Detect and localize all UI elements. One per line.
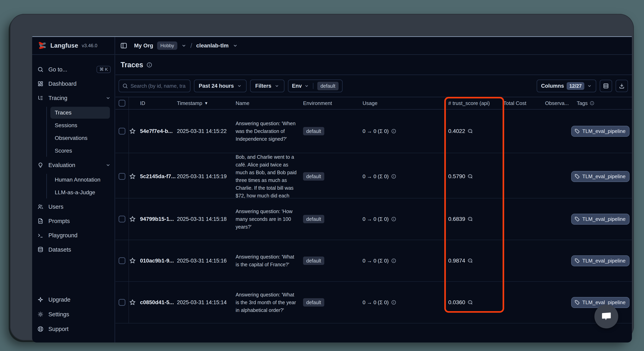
sidebar-item-upgrade[interactable]: Upgrade — [37, 294, 111, 305]
sidebar-item-datasets[interactable]: Datasets — [37, 244, 111, 255]
tracing-icon — [37, 95, 44, 101]
env-dropdown[interactable]: Env default — [288, 80, 342, 92]
trace-id: 5c2145da-f7... — [140, 173, 177, 180]
column-header-observations[interactable]: Observa... — [545, 100, 577, 106]
comment-icon[interactable] — [467, 174, 473, 179]
star-icon[interactable] — [129, 299, 140, 306]
columns-dropdown[interactable]: Columns 12/27 — [537, 80, 596, 92]
tags-info-icon[interactable] — [590, 101, 594, 106]
sidebar-item-prompts[interactable]: Prompts — [37, 215, 111, 227]
row-checkbox[interactable] — [118, 128, 125, 135]
select-all-checkbox[interactable] — [118, 100, 125, 107]
sidebar-item-support[interactable]: Support — [37, 323, 111, 334]
chevron-down-icon — [106, 95, 111, 101]
row-height-button[interactable] — [600, 80, 612, 92]
tag-label: TLM_eval_pipeline — [582, 173, 626, 180]
sidebar-item-evaluation[interactable]: Evaluation — [37, 160, 111, 171]
page-title: Traces — [120, 61, 143, 69]
file-code-icon — [37, 218, 44, 224]
usage-info-icon[interactable] — [391, 174, 396, 179]
org-name[interactable]: My Org — [134, 43, 153, 49]
usage-info-icon[interactable] — [391, 129, 396, 134]
row-checkbox[interactable] — [118, 257, 125, 264]
column-header-environment[interactable]: Environment — [303, 100, 362, 106]
sidebar-item-goto[interactable]: Go to... ⌘ K — [37, 64, 111, 75]
table-row[interactable]: c0850d41-5... 2025-03-31 14:15:14 Answer… — [116, 282, 632, 323]
org-chevron-down-icon[interactable] — [181, 43, 186, 48]
table-row[interactable]: 54e7f7e4-b... 2025-03-31 14:15:22 Answer… — [116, 110, 632, 153]
table-row[interactable]: 94799b15-1... 2025-03-31 14:15:18 Answer… — [116, 198, 632, 240]
sidebar-item-label: Upgrade — [48, 296, 70, 303]
column-header-id[interactable]: ID — [140, 100, 177, 106]
langfuse-logo-icon — [38, 42, 47, 50]
tag-icon — [574, 216, 580, 222]
export-button[interactable] — [616, 80, 628, 92]
sidebar-item-human-annotation[interactable]: Human Annotation — [50, 174, 110, 186]
column-header-name[interactable]: Name — [236, 100, 303, 106]
terminal-icon — [37, 232, 44, 238]
search-icon — [122, 83, 128, 89]
usage-info-icon[interactable] — [391, 258, 396, 263]
row-checkbox[interactable] — [118, 299, 125, 306]
sidebar-item-scores[interactable]: Scores — [50, 145, 110, 157]
sidebar-item-settings[interactable]: Settings — [37, 309, 111, 320]
tag-pill[interactable]: TLM_eval_pipeline — [571, 214, 630, 225]
trace-id: 010ac9b1-9... — [140, 258, 177, 264]
tag-pill[interactable]: TLM_eval_pipeline — [571, 171, 630, 182]
trace-timestamp: 2025-03-31 14:15:14 — [177, 299, 236, 305]
chevron-down-icon — [587, 84, 592, 88]
table-row[interactable]: 010ac9b1-9... 2025-03-31 14:15:16 Answer… — [116, 240, 632, 282]
comment-icon[interactable] — [467, 300, 473, 305]
filters-dropdown[interactable]: Filters — [250, 80, 284, 92]
usage-info-icon[interactable] — [391, 300, 396, 305]
usage-info-icon[interactable] — [391, 216, 396, 222]
project-chevron-down-icon[interactable] — [233, 43, 238, 48]
star-icon[interactable] — [129, 128, 140, 135]
sidebar-item-dashboard[interactable]: Dashboard — [37, 78, 111, 89]
column-header-tags[interactable]: Tags — [577, 100, 627, 106]
rows-icon — [603, 83, 609, 89]
trace-name: Answering question: 'How many seconds ar… — [236, 208, 298, 231]
table-row[interactable]: 5c2145da-f7... 2025-03-31 14:15:19 Bob, … — [116, 153, 632, 198]
tag-pill[interactable]: TLM_eval_pipeline — [571, 126, 630, 137]
database-icon — [37, 246, 44, 253]
trust-score-value: 0.0360 — [448, 299, 465, 305]
sidebar-item-playground[interactable]: Playground — [37, 230, 111, 241]
search-input[interactable] — [130, 83, 187, 89]
environment-badge: default — [303, 215, 324, 223]
comment-icon[interactable] — [467, 216, 473, 222]
chevron-down-icon — [237, 84, 242, 88]
sidebar-toggle-icon[interactable] — [120, 42, 127, 49]
column-header-usage[interactable]: Usage — [362, 100, 443, 106]
comment-icon[interactable] — [467, 128, 473, 134]
tag-pill[interactable]: TLM_eval_pipeline — [571, 255, 630, 266]
column-header-timestamp[interactable]: Timestamp▼ — [177, 100, 236, 106]
traces-info-icon[interactable] — [146, 62, 152, 68]
star-icon[interactable] — [129, 173, 140, 180]
time-range-dropdown[interactable]: Past 24 hours — [194, 80, 246, 92]
trust-score-value: 0.6839 — [448, 216, 465, 222]
sidebar-item-tracing[interactable]: Tracing — [37, 93, 111, 104]
tag-icon — [574, 300, 580, 305]
sidebar: Go to... ⌘ K Dashboard Tracing Traces Se… — [32, 55, 115, 342]
sparkle-icon — [37, 296, 44, 303]
comment-icon[interactable] — [467, 258, 473, 263]
star-icon[interactable] — [129, 257, 140, 264]
column-header-total-cost[interactable]: Total Cost — [504, 100, 545, 106]
chat-widget-button[interactable] — [594, 304, 618, 328]
column-header-trust-score[interactable]: # trust_score (api) — [443, 100, 504, 106]
sidebar-item-observations[interactable]: Observations — [50, 132, 110, 144]
sidebar-item-users[interactable]: Users — [37, 201, 111, 212]
project-name[interactable]: cleanlab-tlm — [196, 43, 228, 49]
breadcrumb-separator: / — [190, 42, 192, 49]
row-checkbox[interactable] — [118, 173, 125, 180]
sidebar-item-traces[interactable]: Traces — [50, 107, 110, 119]
row-checkbox[interactable] — [118, 216, 125, 222]
top-bar: Langfuse v3.46.0 My Org Hobby / cleanlab… — [32, 37, 632, 55]
sidebar-item-llm-as-a-judge[interactable]: LLM-as-a-Judge — [50, 187, 110, 198]
environment-badge: default — [303, 256, 324, 265]
goto-shortcut: ⌘ K — [96, 66, 111, 73]
sidebar-item-sessions[interactable]: Sessions — [50, 119, 110, 131]
sidebar-item-label: Settings — [48, 311, 69, 318]
star-icon[interactable] — [129, 215, 140, 223]
